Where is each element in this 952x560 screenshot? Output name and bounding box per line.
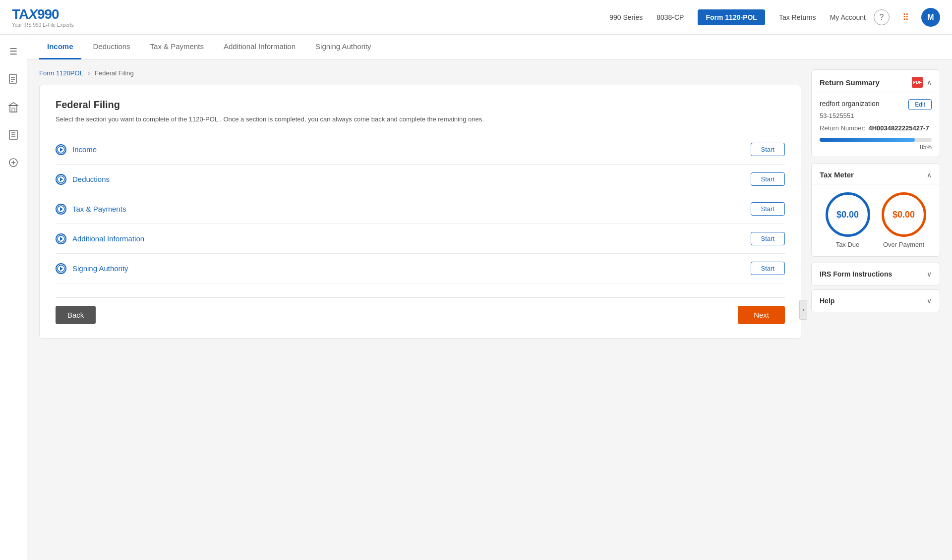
nav-tax-returns[interactable]: Tax Returns	[779, 13, 816, 21]
tab-income[interactable]: Income	[39, 35, 81, 59]
logo-area: TAX990 Your IRS 990 E-File Experts	[12, 6, 74, 28]
svg-rect-6	[12, 108, 15, 112]
right-panel: Return Summary PDF ∧ redfort organizatio…	[811, 69, 940, 550]
return-summary-chevron[interactable]: ∧	[927, 78, 932, 86]
tabs-bar: Income Deductions Tax & Payments Additio…	[27, 35, 952, 59]
return-summary-card: Return Summary PDF ∧ redfort organizatio…	[811, 69, 940, 157]
tax-meter-title: Tax Meter	[820, 170, 854, 179]
toggle-panel[interactable]: ›	[799, 300, 807, 320]
section-name-income[interactable]: Income	[72, 145, 97, 154]
main-panel: Form 1120POL › Federal Filing Federal Fi…	[39, 69, 801, 338]
start-btn-income[interactable]: Start	[751, 143, 785, 156]
progress-bar-fill	[820, 138, 915, 142]
edit-button[interactable]: Edit	[908, 99, 932, 110]
section-circle-icon-deductions	[56, 174, 66, 185]
section-name-signing-authority[interactable]: Signing Authority	[72, 264, 128, 273]
filing-card: Federal Filing Select the section you wa…	[39, 85, 801, 338]
over-payment-item: $0.00 Over Payment	[882, 192, 926, 248]
sidebar: ☰	[0, 35, 27, 560]
section-circle-icon-tax-payments	[56, 204, 66, 215]
logo-tagline: Your IRS 990 E-File Experts	[12, 22, 74, 28]
irs-form-instructions-chevron[interactable]: ∨	[927, 270, 932, 278]
svg-marker-17	[60, 177, 63, 181]
tax-due-circle: $0.00	[826, 192, 870, 237]
svg-rect-0	[9, 74, 16, 83]
breadcrumb-separator: ›	[88, 69, 90, 77]
breadcrumb-parent[interactable]: Form 1120POL	[39, 69, 83, 77]
return-summary-header-right: PDF ∧	[912, 77, 932, 88]
section-left-income: Income	[56, 144, 97, 155]
start-btn-signing-authority[interactable]: Start	[751, 262, 785, 275]
main-content: Income Deductions Tax & Payments Additio…	[27, 35, 952, 560]
filing-title: Federal Filing	[56, 99, 785, 111]
progress-bar-bg	[820, 138, 932, 142]
tax-due-value: $0.00	[836, 210, 859, 220]
nav-form-1120-pol[interactable]: Form 1120-POL	[698, 9, 765, 25]
tab-tax-payments[interactable]: Tax & Payments	[142, 35, 212, 59]
help-chevron[interactable]: ∨	[927, 297, 932, 305]
filing-description: Select the section you want to complete …	[56, 115, 785, 123]
section-name-tax-payments[interactable]: Tax & Payments	[72, 205, 126, 213]
return-summary-body: redfort organization Edit 53-1525551 Ret…	[812, 93, 940, 157]
action-row: Back Next	[56, 297, 785, 324]
logo-num: 990	[37, 6, 59, 22]
return-summary-title: Return Summary	[820, 78, 880, 87]
help-title: Help	[820, 297, 834, 305]
section-left-tax-payments: Tax & Payments	[56, 204, 126, 215]
sidebar-menu-icon[interactable]: ☰	[4, 43, 22, 60]
svg-marker-21	[60, 237, 63, 241]
section-name-deductions[interactable]: Deductions	[72, 175, 110, 183]
section-left-additional-info: Additional Information	[56, 233, 144, 244]
logo[interactable]: TAX990	[12, 6, 74, 22]
start-btn-deductions[interactable]: Start	[751, 172, 785, 186]
sidebar-tag-icon[interactable]	[4, 154, 22, 171]
section-circle-icon-income	[56, 144, 66, 155]
svg-rect-4	[10, 106, 17, 112]
tab-signing-authority[interactable]: Signing Authority	[307, 35, 379, 59]
return-summary-header: Return Summary PDF ∧	[812, 70, 940, 93]
tax-due-item: $0.00 Tax Due	[826, 192, 870, 248]
tax-meter-chevron[interactable]: ∧	[927, 171, 932, 179]
over-payment-label: Over Payment	[883, 241, 924, 248]
svg-marker-19	[60, 207, 63, 211]
section-circle-icon-signing-authority	[56, 263, 66, 274]
section-left-deductions: Deductions	[56, 174, 110, 185]
nav-990-series[interactable]: 990 Series	[609, 13, 643, 21]
section-circle-icon-additional-info	[56, 233, 66, 244]
irs-form-instructions-section: IRS Form Instructions ∨	[811, 263, 940, 285]
irs-form-instructions-title: IRS Form Instructions	[820, 270, 892, 278]
pdf-icon[interactable]: PDF	[912, 77, 923, 88]
nav-my-account[interactable]: My Account	[830, 13, 866, 21]
sidebar-building-icon[interactable]	[4, 98, 22, 116]
next-button[interactable]: Next	[738, 306, 785, 324]
back-button[interactable]: Back	[56, 306, 96, 324]
svg-marker-5	[9, 103, 18, 106]
tax-meter-header: Tax Meter ∧	[812, 164, 940, 184]
tax-due-label: Tax Due	[836, 241, 860, 248]
irs-form-instructions-header[interactable]: IRS Form Instructions ∨	[812, 263, 940, 285]
org-name: redfort organization	[820, 100, 880, 108]
section-row-deductions: Deductions Start	[56, 165, 785, 194]
help-icon[interactable]: ?	[874, 9, 890, 25]
sidebar-list-icon[interactable]	[4, 126, 22, 144]
progress-label: 85%	[820, 144, 932, 151]
logo-x: X	[28, 6, 37, 22]
tab-additional-info[interactable]: Additional Information	[216, 35, 303, 59]
section-name-additional-info[interactable]: Additional Information	[72, 234, 144, 243]
svg-marker-15	[60, 148, 63, 152]
start-btn-additional-info[interactable]: Start	[751, 232, 785, 245]
help-header[interactable]: Help ∨	[812, 290, 940, 312]
section-left-signing-authority: Signing Authority	[56, 263, 128, 274]
nav-8038-cp[interactable]: 8038-CP	[656, 13, 684, 21]
start-btn-tax-payments[interactable]: Start	[751, 202, 785, 216]
section-row-additional-info: Additional Information Start	[56, 224, 785, 254]
sidebar-document-icon[interactable]	[4, 70, 22, 88]
svg-marker-23	[60, 267, 63, 271]
toggle-chevron: ›	[802, 306, 804, 313]
over-payment-circle: $0.00	[882, 192, 926, 237]
grid-icon[interactable]: ⠿	[897, 9, 913, 25]
user-avatar[interactable]: M	[921, 8, 940, 27]
ein-number: 53-1525551	[820, 112, 932, 119]
tab-deductions[interactable]: Deductions	[85, 35, 138, 59]
section-row-income: Income Start	[56, 135, 785, 165]
